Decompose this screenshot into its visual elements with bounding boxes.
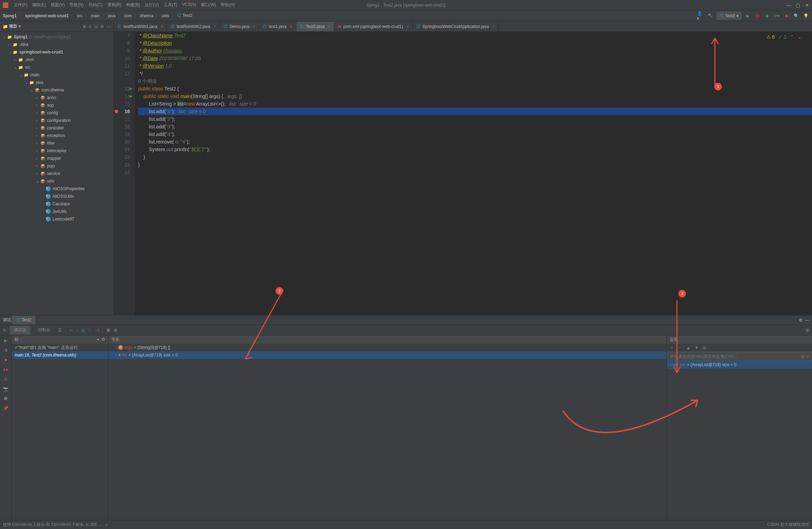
frame-row[interactable]: ✓ "main"@1 在组 "main": 正在运行 — [12, 344, 108, 351]
breadcrumb-item[interactable]: Sping1 — [3, 13, 17, 18]
tree-node[interactable]: CCaculator — [0, 200, 114, 208]
run-config-selector[interactable]: Ⓒ Test2 ▾ — [716, 12, 742, 20]
tree-node[interactable]: ⌄📁springboot-web-crud1 — [0, 48, 114, 56]
copy-watch-icon[interactable]: ⧉ — [703, 345, 706, 350]
chevron-down-icon[interactable]: ⌄ — [797, 33, 802, 41]
tree-node[interactable]: ›📦exception — [0, 132, 114, 139]
profile-icon[interactable]: ⟳▾ — [773, 12, 780, 19]
resume-icon[interactable]: ▶ — [4, 338, 7, 343]
editor[interactable]: ⚠ 6 ✓ 1 ⌃ ⌄ 78910111213▶14▶1516171819202… — [114, 32, 812, 315]
breakpoints-icon[interactable]: ●● — [3, 367, 8, 372]
editor-tab[interactable]: Ⓒ Test2.java× — [296, 22, 334, 31]
tree-node[interactable]: ›📁.idea — [0, 41, 114, 48]
user-icon[interactable]: 👤▾ — [697, 12, 704, 19]
tree-node[interactable]: ›📦service — [0, 170, 114, 177]
watch-up-icon[interactable]: ▲ — [686, 345, 690, 350]
var-row[interactable]: › ≡ list = {ArrayList@719} size = 0 — [108, 351, 667, 359]
bulb-icon[interactable]: 💡 — [802, 12, 809, 19]
tree-node[interactable]: ›📦mapper — [0, 155, 114, 162]
hide-icon[interactable]: — — [107, 24, 111, 29]
tree-node[interactable]: ›📦aop — [0, 101, 114, 109]
stop-debug-icon[interactable]: ■ — [4, 357, 7, 362]
editor-tabs[interactable]: Ⓒ testRunWith1.java×Ⓒ testRunWith2.java×… — [114, 21, 812, 32]
menu-item[interactable]: 编辑(E) — [30, 2, 48, 8]
pin-icon[interactable]: 📌 — [3, 406, 8, 411]
run-to-cursor-icon[interactable]: →I — [94, 328, 99, 333]
menu-item[interactable]: 视图(V) — [49, 2, 67, 8]
tree-node[interactable]: ⌄📁main — [0, 71, 114, 79]
close-tab-icon[interactable]: × — [407, 24, 409, 29]
ok-badge[interactable]: ✓ 1 — [778, 33, 786, 41]
snapshot-icon[interactable]: 📷 — [3, 386, 8, 391]
breadcrumb-item[interactable]: com — [124, 13, 132, 18]
breadcrumb-item[interactable]: java — [108, 13, 116, 18]
menu-item[interactable]: 帮助(H) — [219, 2, 237, 8]
close-tab-icon[interactable]: × — [290, 24, 293, 29]
add-watch-icon[interactable]: ＋ — [670, 345, 674, 351]
editor-tab[interactable]: Ⓒ SpringbootWebCrudApplication.java× — [413, 22, 499, 31]
menu-item[interactable]: 代码(C) — [86, 2, 105, 8]
close-tab-icon[interactable]: × — [161, 24, 163, 29]
tree-node[interactable]: CLeetcode97 — [0, 215, 114, 223]
tree-node[interactable]: CAliOSSUtils — [0, 193, 114, 200]
breadcrumb-item[interactable]: springboot-web-crud1 — [25, 13, 69, 18]
debug-toolbar[interactable]: ↻ 调试器 控制台 ☰ ⤻ ↓ ⇊ ↑ →I 🖩 ⊞ ⊞ — [0, 325, 812, 335]
editor-tab[interactable]: m pom.xml (springboot-web-crud1)× — [334, 22, 413, 31]
tree-node[interactable]: ⌄📁src — [0, 63, 114, 71]
maximize-icon[interactable]: ▢ — [796, 2, 800, 8]
rerun-icon[interactable]: ↻ — [3, 328, 6, 333]
tree-node[interactable]: CAliOSSProperties — [0, 185, 114, 193]
watch-input[interactable]: 评估表达式(Enter)或添加监视(Ctrl+... ⊕ ▾ — [667, 352, 812, 361]
breadcrumb-item[interactable]: itheima — [140, 13, 153, 18]
target-icon[interactable]: ⊕ — [83, 24, 86, 29]
run-icon[interactable]: ▶ — [744, 12, 751, 19]
var-row[interactable]: › P args = {String[0]@718} [] — [108, 344, 667, 351]
tree-node[interactable]: ›📦filter — [0, 139, 114, 147]
warning-badge[interactable]: ⚠ 6 — [766, 33, 775, 41]
search-icon[interactable]: 🔍 — [793, 12, 800, 19]
close-tab-icon[interactable]: × — [493, 24, 495, 29]
debug-tabs[interactable]: 调试: Ⓒ Test2 ⚙ — — [0, 315, 812, 325]
tree-node[interactable]: ›📦interceptor — [0, 147, 114, 155]
debug-side-icons[interactable]: ▶ ⏸ ■ ●● ⊘ 📷 ⚙ 📌 — [0, 335, 12, 529]
tree-node[interactable]: ›📦config — [0, 109, 114, 117]
tree-node[interactable]: ⌄📁java — [0, 79, 114, 86]
menu-item[interactable]: VCS(S) — [180, 2, 198, 8]
debug-hide-icon[interactable]: — — [803, 318, 809, 323]
close-tab-icon[interactable]: × — [214, 24, 216, 29]
window-controls[interactable]: — ▢ ✕ — [786, 2, 809, 8]
tree-node[interactable]: ›📦configuration — [0, 117, 114, 124]
breadcrumb-item[interactable]: main — [91, 13, 100, 18]
mute-bp-icon[interactable]: ⊘ — [4, 377, 8, 382]
editor-tab[interactable]: Ⓒ Demo.java× — [220, 22, 259, 31]
coverage-icon[interactable]: ◉ — [764, 12, 771, 19]
menu-item[interactable]: 重构(R) — [105, 2, 124, 8]
code[interactable]: * @ClassName Test2 * @Description * @Aut… — [135, 32, 812, 315]
debug-gear-icon[interactable]: ⚙ — [799, 318, 803, 323]
trace-icon[interactable]: ⊞ — [114, 328, 117, 333]
gear-icon[interactable]: ⚙ — [100, 24, 104, 29]
close-tab-icon[interactable]: × — [328, 24, 331, 29]
stop-icon[interactable]: ■ — [783, 12, 790, 19]
step-out-icon[interactable]: ↑ — [88, 328, 90, 333]
tree-node[interactable]: ›📦pojo — [0, 162, 114, 170]
console-tab[interactable]: 控制台 — [34, 326, 55, 334]
close-icon[interactable]: ✕ — [805, 2, 809, 8]
tree-node[interactable]: ›📁.mvn — [0, 56, 114, 63]
debug-icon[interactable]: 🐞 — [754, 12, 761, 19]
layout-icon[interactable]: ⊞ — [806, 328, 809, 333]
tree-node[interactable]: ⌄📦com.itheima — [0, 86, 114, 94]
step-into-icon[interactable]: ↓ — [76, 328, 78, 333]
gutter[interactable]: 78910111213▶14▶15161718192021222324 — [114, 32, 135, 315]
remove-watch-icon[interactable]: － — [678, 345, 682, 351]
menu-item[interactable]: 工具(T) — [162, 2, 179, 8]
menubar[interactable]: 文件(F)编辑(E)视图(V)导航(N)代码(C)重构(R)构建(B)运行(U)… — [12, 2, 237, 8]
menu-item[interactable]: 文件(F) — [12, 2, 29, 8]
breadcrumb-item[interactable]: src — [77, 13, 83, 18]
menu-item[interactable]: 导航(N) — [67, 2, 86, 8]
tree-root[interactable]: ⌄📁 Sping1 D:\IdeaProjects\Sping1 — [0, 33, 114, 41]
menu-item[interactable]: 构建(B) — [124, 2, 142, 8]
force-step-icon[interactable]: ⇊ — [82, 328, 85, 333]
editor-tab[interactable]: Ⓒ test1.java× — [259, 22, 296, 31]
debugger-tab[interactable]: 调试器 — [10, 326, 30, 334]
